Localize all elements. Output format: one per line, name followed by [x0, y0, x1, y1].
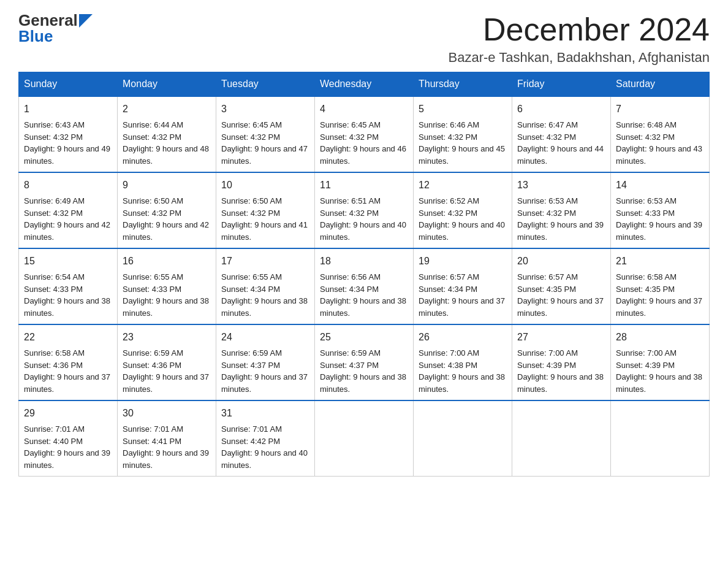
sunset-text: Sunset: 4:37 PM	[221, 361, 280, 370]
weekday-header-tuesday: Tuesday	[216, 72, 315, 97]
day-number: 14	[616, 178, 704, 193]
day-number: 30	[123, 406, 211, 421]
calendar-cell: 20Sunrise: 6:57 AMSunset: 4:35 PMDayligh…	[512, 248, 611, 324]
calendar-cell: 2Sunrise: 6:44 AMSunset: 4:32 PMDaylight…	[118, 96, 216, 172]
sunrise-text: Sunrise: 6:45 AM	[221, 120, 282, 129]
sunrise-text: Sunrise: 6:56 AM	[320, 272, 381, 282]
sunset-text: Sunset: 4:33 PM	[24, 285, 83, 294]
day-number: 12	[419, 178, 507, 193]
calendar-cell: 21Sunrise: 6:58 AMSunset: 4:35 PMDayligh…	[611, 248, 710, 324]
day-number: 7	[616, 102, 704, 117]
weekday-header-friday: Friday	[512, 72, 611, 97]
daylight-text: Daylight: 9 hours and 44 minutes.	[517, 144, 604, 166]
logo-area: General Blue	[18, 12, 93, 44]
sunrise-text: Sunrise: 6:55 AM	[123, 272, 183, 282]
daylight-text: Daylight: 9 hours and 37 minutes.	[616, 296, 702, 318]
week-row-3: 15Sunrise: 6:54 AMSunset: 4:33 PMDayligh…	[19, 248, 710, 324]
day-number: 9	[123, 178, 211, 193]
location-title: Bazar-e Tashkan, Badakhshan, Afghanistan	[449, 50, 710, 66]
sunrise-text: Sunrise: 6:58 AM	[24, 348, 85, 358]
sunset-text: Sunset: 4:35 PM	[616, 285, 675, 294]
day-number: 19	[419, 254, 507, 269]
sunrise-text: Sunrise: 6:49 AM	[24, 196, 85, 205]
daylight-text: Daylight: 9 hours and 37 minutes.	[221, 372, 308, 394]
sunrise-text: Sunrise: 7:01 AM	[24, 424, 85, 434]
sunset-text: Sunset: 4:34 PM	[221, 285, 280, 294]
daylight-text: Daylight: 9 hours and 38 minutes.	[123, 296, 209, 318]
logo-arrow-icon	[79, 14, 93, 28]
sunset-text: Sunset: 4:32 PM	[419, 209, 477, 218]
sunrise-text: Sunrise: 6:51 AM	[320, 196, 381, 205]
day-number: 6	[517, 102, 605, 117]
page-wrapper: General Blue December 2024 Bazar-e Tashk…	[18, 12, 710, 477]
daylight-text: Daylight: 9 hours and 37 minutes.	[123, 372, 209, 394]
daylight-text: Daylight: 9 hours and 41 minutes.	[221, 220, 308, 242]
daylight-text: Daylight: 9 hours and 40 minutes.	[320, 220, 406, 242]
day-number: 21	[616, 254, 704, 269]
day-number: 8	[24, 178, 112, 193]
sunset-text: Sunset: 4:32 PM	[123, 209, 181, 218]
day-number: 16	[123, 254, 211, 269]
calendar-cell: 16Sunrise: 6:55 AMSunset: 4:33 PMDayligh…	[118, 248, 216, 324]
sunset-text: Sunset: 4:38 PM	[419, 361, 477, 370]
daylight-text: Daylight: 9 hours and 40 minutes.	[419, 220, 505, 242]
sunset-text: Sunset: 4:32 PM	[517, 209, 576, 218]
daylight-text: Daylight: 9 hours and 40 minutes.	[221, 448, 308, 470]
calendar-cell: 26Sunrise: 7:00 AMSunset: 4:38 PMDayligh…	[414, 324, 512, 400]
day-number: 15	[24, 254, 112, 269]
calendar-cell: 5Sunrise: 6:46 AMSunset: 4:32 PMDaylight…	[414, 96, 512, 172]
sunset-text: Sunset: 4:36 PM	[123, 361, 181, 370]
calendar-cell	[414, 400, 512, 477]
day-number: 27	[517, 330, 605, 345]
sunset-text: Sunset: 4:41 PM	[123, 437, 181, 446]
logo-line2: Blue	[18, 28, 93, 44]
calendar-table: SundayMondayTuesdayWednesdayThursdayFrid…	[18, 72, 710, 477]
sunset-text: Sunset: 4:42 PM	[221, 437, 280, 446]
sunset-text: Sunset: 4:32 PM	[616, 132, 675, 142]
sunrise-text: Sunrise: 6:53 AM	[517, 196, 578, 205]
weekday-header-monday: Monday	[118, 72, 216, 97]
weekday-header-wednesday: Wednesday	[315, 72, 414, 97]
sunrise-text: Sunrise: 7:00 AM	[517, 348, 578, 358]
day-number: 5	[419, 102, 507, 117]
calendar-cell: 27Sunrise: 7:00 AMSunset: 4:39 PMDayligh…	[512, 324, 611, 400]
sunrise-text: Sunrise: 7:01 AM	[123, 424, 183, 434]
daylight-text: Daylight: 9 hours and 43 minutes.	[616, 144, 702, 166]
day-number: 22	[24, 330, 112, 345]
calendar-cell: 22Sunrise: 6:58 AMSunset: 4:36 PMDayligh…	[19, 324, 118, 400]
week-row-5: 29Sunrise: 7:01 AMSunset: 4:40 PMDayligh…	[19, 400, 710, 477]
sunrise-text: Sunrise: 6:52 AM	[419, 196, 479, 205]
sunset-text: Sunset: 4:32 PM	[320, 209, 379, 218]
calendar-cell: 13Sunrise: 6:53 AMSunset: 4:32 PMDayligh…	[512, 172, 611, 248]
sunrise-text: Sunrise: 6:53 AM	[616, 196, 677, 205]
calendar-cell: 30Sunrise: 7:01 AMSunset: 4:41 PMDayligh…	[118, 400, 216, 477]
sunset-text: Sunset: 4:32 PM	[320, 132, 379, 142]
day-number: 29	[24, 406, 112, 421]
calendar-cell: 18Sunrise: 6:56 AMSunset: 4:34 PMDayligh…	[315, 248, 414, 324]
day-number: 2	[123, 102, 211, 117]
day-number: 20	[517, 254, 605, 269]
sunset-text: Sunset: 4:32 PM	[517, 132, 576, 142]
calendar-cell: 29Sunrise: 7:01 AMSunset: 4:40 PMDayligh…	[19, 400, 118, 477]
sunrise-text: Sunrise: 6:54 AM	[24, 272, 85, 282]
calendar-cell: 4Sunrise: 6:45 AMSunset: 4:32 PMDaylight…	[315, 96, 414, 172]
header: General Blue December 2024 Bazar-e Tashk…	[18, 12, 710, 66]
daylight-text: Daylight: 9 hours and 37 minutes.	[24, 372, 110, 394]
day-number: 24	[221, 330, 309, 345]
sunrise-text: Sunrise: 6:58 AM	[616, 272, 677, 282]
day-number: 17	[221, 254, 309, 269]
day-number: 25	[320, 330, 408, 345]
calendar-cell: 6Sunrise: 6:47 AMSunset: 4:32 PMDaylight…	[512, 96, 611, 172]
calendar-cell	[315, 400, 414, 477]
calendar-cell	[512, 400, 611, 477]
daylight-text: Daylight: 9 hours and 39 minutes.	[123, 448, 209, 470]
logo-line1: General	[18, 12, 78, 28]
daylight-text: Daylight: 9 hours and 39 minutes.	[24, 448, 110, 470]
day-number: 3	[221, 102, 309, 117]
daylight-text: Daylight: 9 hours and 46 minutes.	[320, 144, 406, 166]
daylight-text: Daylight: 9 hours and 38 minutes.	[616, 372, 702, 394]
daylight-text: Daylight: 9 hours and 49 minutes.	[24, 144, 110, 166]
day-number: 23	[123, 330, 211, 345]
daylight-text: Daylight: 9 hours and 39 minutes.	[517, 220, 604, 242]
calendar-cell: 17Sunrise: 6:55 AMSunset: 4:34 PMDayligh…	[216, 248, 315, 324]
